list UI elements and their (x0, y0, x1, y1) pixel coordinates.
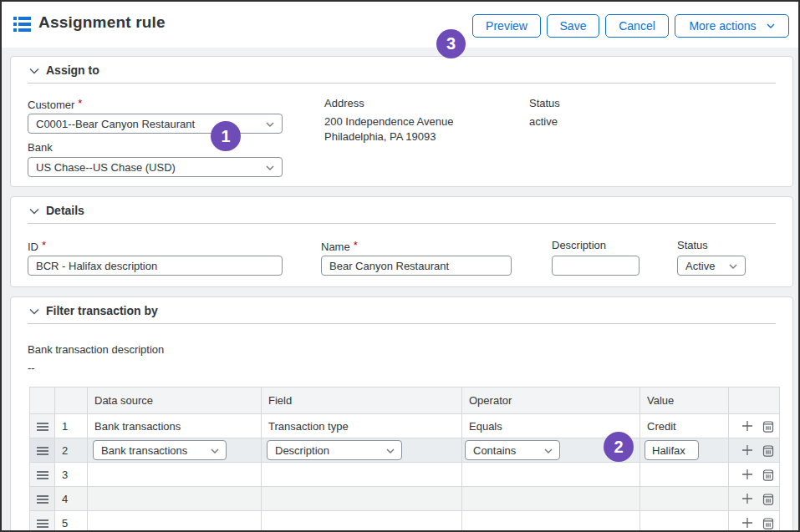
col-field: Field (262, 388, 462, 414)
id-label: ID* (28, 239, 46, 253)
details-status-select[interactable]: Active (677, 256, 746, 276)
add-row-icon[interactable] (741, 469, 753, 480)
annotation-step-2: 2 (604, 432, 634, 462)
value-input[interactable]: Halifax (645, 440, 699, 460)
row-number: 1 (55, 414, 88, 438)
address-line1: 200 Independence Avenue (324, 115, 453, 128)
details-section: Details ID* Name* Description Status Act… (10, 196, 793, 287)
details-status-label: Status (677, 239, 708, 251)
table-row: 4 (30, 487, 780, 511)
data-source-select[interactable]: Bank transactions (93, 440, 227, 460)
assign-to-section: Assign to Customer* C0001--Bear Canyon R… (10, 56, 793, 187)
row-number: 2 (55, 438, 88, 463)
address-line2: Philadelphia, PA 19093 (324, 130, 436, 143)
drag-handle[interactable] (30, 463, 55, 487)
chevron-down-icon (386, 448, 395, 453)
details-heading[interactable]: Details (28, 197, 776, 224)
chevron-down-icon (729, 264, 737, 269)
address-label: Address (324, 97, 364, 109)
bank-select[interactable]: US Chase--US Chase (USD) (28, 157, 283, 177)
table-row: 1 Bank transactions Transaction type Equ… (30, 414, 780, 438)
preview-button[interactable]: Preview (472, 14, 541, 38)
annotation-step-3: 3 (436, 29, 466, 58)
table-header-row: Data source Field Operator Value (30, 388, 780, 414)
table-row: 5 (30, 511, 780, 532)
status-value: active (529, 115, 558, 128)
required-asterisk: * (42, 239, 46, 251)
list-menu-icon[interactable] (13, 17, 31, 32)
row-number: 4 (55, 487, 88, 511)
table-row: 3 (30, 463, 780, 487)
drag-handle[interactable] (30, 438, 55, 463)
field-select[interactable]: Description (267, 440, 402, 460)
bank-transaction-description-label: Bank transaction description (28, 343, 164, 356)
filter-heading[interactable]: Filter transaction by (28, 297, 776, 324)
collapse-chevron-icon (29, 68, 39, 74)
cancel-button[interactable]: Cancel (605, 14, 669, 38)
bank-transaction-description-value: -- (28, 362, 35, 374)
row-number: 3 (55, 463, 88, 487)
drag-handle[interactable] (30, 487, 55, 511)
page-header: Assignment rule Preview Save Cancel More… (2, 2, 798, 48)
description-label: Description (552, 239, 606, 251)
col-data-source: Data source (88, 388, 262, 414)
customer-select[interactable]: C0001--Bear Canyon Restaurant (28, 114, 283, 134)
drag-handle[interactable] (30, 414, 55, 438)
add-row-icon[interactable] (741, 493, 753, 504)
more-actions-button[interactable]: More actions (675, 14, 789, 38)
description-input[interactable] (552, 256, 639, 276)
table-row-selected: 2 Bank transactions Description Contains… (30, 438, 780, 463)
bank-label: Bank (28, 141, 53, 154)
add-row-icon[interactable] (741, 517, 753, 529)
delete-row-icon[interactable] (762, 444, 774, 457)
operator-select[interactable]: Contains (465, 440, 560, 460)
filter-conditions-table: Data source Field Operator Value 1 Bank … (29, 387, 780, 532)
col-operator: Operator (462, 388, 640, 414)
chevron-down-icon (767, 23, 775, 28)
add-row-icon[interactable] (741, 444, 753, 456)
collapse-chevron-icon (29, 308, 39, 315)
add-row-icon[interactable] (741, 420, 753, 432)
status-label: Status (529, 97, 560, 109)
annotation-step-1: 1 (211, 121, 241, 151)
chevron-down-icon (211, 448, 219, 453)
chevron-down-icon (266, 165, 274, 170)
col-value: Value (640, 388, 729, 414)
cell-data-source: Bank transactions (88, 414, 262, 438)
customer-label: Customer* (28, 97, 82, 111)
delete-row-icon[interactable] (762, 517, 774, 529)
required-asterisk: * (78, 97, 82, 109)
row-number: 5 (55, 511, 88, 532)
collapse-chevron-icon (29, 208, 39, 215)
save-button[interactable]: Save (547, 14, 599, 38)
delete-row-icon[interactable] (762, 420, 774, 433)
required-asterisk: * (354, 239, 358, 251)
delete-row-icon[interactable] (762, 493, 774, 505)
chevron-down-icon (266, 122, 274, 127)
cell-field: Transaction type (262, 414, 462, 438)
name-input[interactable] (321, 256, 512, 276)
cell-value: Credit (640, 414, 729, 438)
name-label: Name* (321, 239, 358, 253)
page-title: Assignment rule (38, 13, 166, 32)
assignment-rule-page: { "header": { "title": "Assignment rule"… (0, 0, 800, 532)
drag-handle[interactable] (30, 511, 55, 532)
delete-row-icon[interactable] (762, 469, 774, 481)
id-input[interactable] (28, 256, 283, 276)
assign-to-heading[interactable]: Assign to (28, 57, 776, 84)
chevron-down-icon (544, 448, 553, 453)
filter-section: Filter transaction by Bank transaction d… (10, 296, 793, 532)
